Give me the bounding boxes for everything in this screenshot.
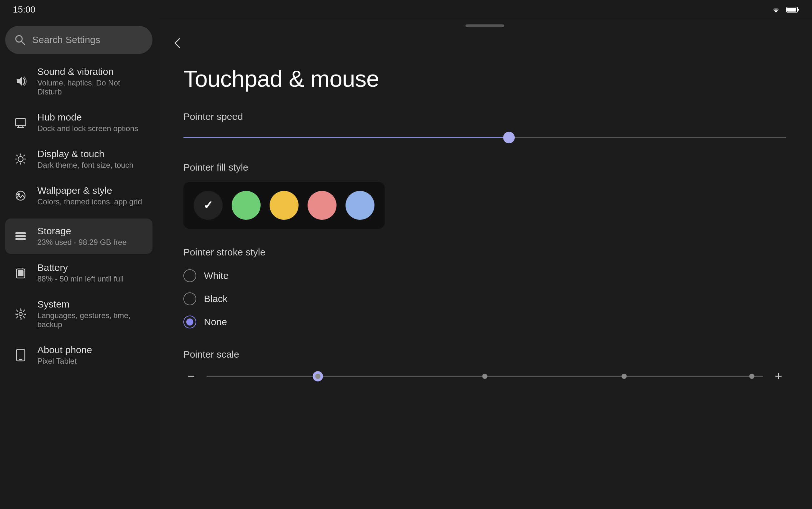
content-body: Touchpad & mouse Pointer speed Pointer f…	[158, 59, 812, 421]
storage-subtitle: 23% used - 98.29 GB free	[37, 238, 127, 247]
hub-subtitle: Dock and lock screen options	[37, 124, 138, 133]
wifi-icon	[770, 5, 782, 14]
pointer-stroke-section: Pointer stroke style White Black None	[183, 247, 786, 331]
radio-white[interactable]: White	[183, 269, 786, 282]
pointer-speed-thumb[interactable]	[503, 132, 515, 143]
sidebar-item-battery[interactable]: Battery 88% - 50 min left until full	[5, 255, 153, 291]
back-arrow-icon	[170, 37, 183, 49]
swatch-pink[interactable]	[308, 191, 337, 220]
battery-item-text: Battery 88% - 50 min left until full	[37, 262, 124, 283]
scale-track	[207, 376, 763, 377]
wallpaper-title: Wallpaper & style	[37, 185, 142, 196]
svg-rect-23	[15, 238, 26, 240]
radio-circle-none	[183, 315, 196, 329]
svg-rect-2	[787, 8, 796, 11]
radio-label-white: White	[204, 270, 229, 281]
radio-label-black: Black	[204, 294, 227, 304]
svg-point-19	[16, 191, 25, 200]
svg-rect-1	[798, 9, 799, 11]
radio-black[interactable]: Black	[183, 293, 786, 305]
swatch-blue[interactable]	[345, 191, 374, 220]
stroke-radio-group: White Black None	[183, 267, 786, 331]
drag-handle	[466, 25, 504, 27]
back-button[interactable]	[158, 27, 812, 59]
search-bar[interactable]: Search Settings	[5, 26, 153, 54]
system-title: System	[37, 299, 145, 310]
radio-circle-white	[183, 269, 196, 282]
svg-rect-6	[15, 118, 26, 126]
content-panel: Touchpad & mouse Pointer speed Pointer f…	[158, 19, 812, 509]
svg-point-10	[18, 157, 23, 162]
main-layout: Search Settings Sound & vibration Volume…	[0, 19, 812, 509]
sound-icon	[13, 74, 28, 89]
svg-rect-21	[15, 232, 26, 234]
sidebar-item-wallpaper[interactable]: Wallpaper & style Colors, themed icons, …	[5, 178, 153, 213]
sidebar: Search Settings Sound & vibration Volume…	[0, 19, 158, 509]
battery-sidebar-icon	[13, 265, 28, 280]
hub-title: Hub mode	[37, 112, 138, 123]
radio-none[interactable]: None	[183, 315, 786, 329]
system-subtitle: Languages, gestures, time, backup	[37, 311, 145, 329]
sidebar-item-display[interactable]: Display & touch Dark theme, font size, t…	[5, 141, 153, 177]
pointer-fill-label: Pointer fill style	[183, 162, 786, 173]
wallpaper-item-text: Wallpaper & style Colors, themed icons, …	[37, 185, 142, 206]
pointer-scale-slider-container: − +	[183, 369, 786, 383]
wallpaper-subtitle: Colors, themed icons, app grid	[37, 197, 142, 206]
pointer-scale-section: Pointer scale − +	[183, 349, 786, 383]
hub-item-text: Hub mode Dock and lock screen options	[37, 112, 138, 133]
svg-rect-29	[17, 349, 25, 361]
about-item-text: About phone Pixel Tablet	[37, 344, 92, 366]
scale-dot-2	[482, 374, 488, 379]
storage-title: Storage	[37, 226, 127, 237]
storage-icon	[13, 229, 28, 244]
status-time: 15:00	[13, 4, 35, 15]
svg-line-17	[24, 155, 25, 156]
scale-dot-1	[315, 374, 320, 379]
sound-subtitle: Volume, haptics, Do Not Disturb	[37, 78, 145, 96]
sound-title: Sound & vibration	[37, 66, 145, 77]
hub-icon	[13, 115, 28, 130]
scale-dot-3	[622, 374, 627, 379]
swatch-green[interactable]	[231, 191, 260, 220]
display-icon	[13, 151, 28, 167]
battery-title: Battery	[37, 262, 124, 273]
color-swatches	[183, 182, 385, 229]
sidebar-item-storage[interactable]: Storage 23% used - 98.29 GB free	[5, 218, 153, 254]
svg-point-28	[19, 312, 22, 315]
svg-line-16	[24, 162, 25, 163]
scale-dot-4	[749, 374, 754, 379]
system-item-text: System Languages, gestures, time, backup	[37, 299, 145, 329]
pointer-speed-track	[183, 137, 786, 138]
sidebar-item-hub[interactable]: Hub mode Dock and lock screen options	[5, 105, 153, 140]
radio-circle-black	[183, 293, 196, 305]
pointer-speed-slider[interactable]	[183, 131, 786, 144]
display-item-text: Display & touch Dark theme, font size, t…	[37, 148, 133, 170]
sidebar-item-sound[interactable]: Sound & vibration Volume, haptics, Do No…	[5, 59, 153, 103]
sidebar-item-about[interactable]: About phone Pixel Tablet	[5, 337, 153, 373]
search-input-placeholder: Search Settings	[32, 34, 100, 45]
status-icons	[770, 5, 799, 14]
pointer-speed-label: Pointer speed	[183, 111, 786, 122]
swatch-yellow[interactable]	[270, 191, 299, 220]
svg-rect-22	[15, 235, 26, 237]
scale-plus-button[interactable]: +	[771, 369, 786, 383]
search-icon	[14, 34, 26, 46]
wallpaper-icon	[13, 188, 28, 203]
battery-subtitle: 88% - 50 min left until full	[37, 274, 124, 283]
system-icon	[13, 306, 28, 322]
svg-line-18	[17, 162, 18, 163]
status-bar: 15:00	[0, 0, 812, 19]
svg-line-15	[17, 155, 18, 156]
sound-item-text: Sound & vibration Volume, haptics, Do No…	[37, 66, 145, 96]
radio-label-none: None	[204, 316, 227, 328]
sidebar-item-system[interactable]: System Languages, gestures, time, backup	[5, 292, 153, 336]
page-title: Touchpad & mouse	[183, 66, 786, 92]
pointer-stroke-label: Pointer stroke style	[183, 247, 786, 258]
svg-rect-27	[18, 270, 24, 276]
about-subtitle: Pixel Tablet	[37, 357, 92, 366]
swatch-black[interactable]	[194, 191, 223, 220]
display-title: Display & touch	[37, 148, 133, 159]
about-icon	[13, 347, 28, 363]
scale-minus-button[interactable]: −	[183, 369, 199, 383]
pointer-fill-section: Pointer fill style	[183, 162, 786, 229]
